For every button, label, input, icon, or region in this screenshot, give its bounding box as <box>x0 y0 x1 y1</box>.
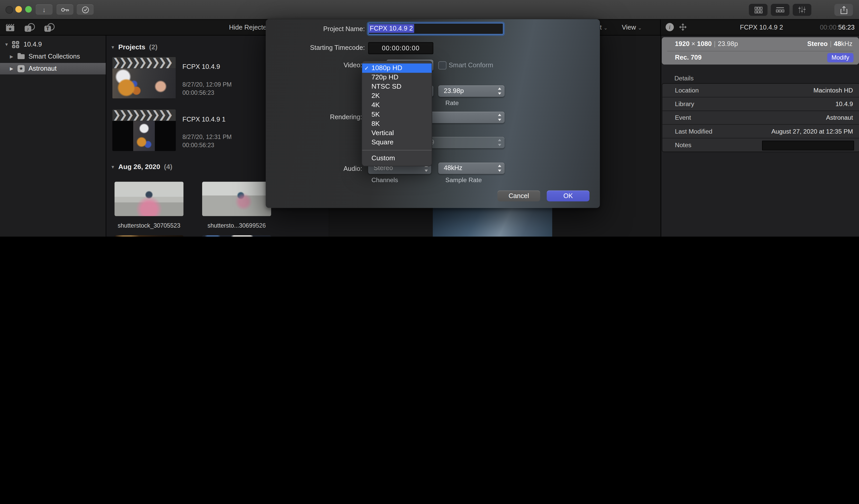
inspector-panel: 1920 × 1080|23.98p Stereo|48kHz Rec. 709… <box>661 35 859 237</box>
project-name[interactable]: FCPX 10.4.9 <box>182 63 220 70</box>
sidebar-item-label: 10.4.9 <box>24 39 42 50</box>
smart-conform-checkbox[interactable] <box>438 61 447 69</box>
project-filmstrip-chevrons-icon: ❯❯❯❯❯❯❯❯❯ <box>112 57 176 68</box>
details-row: Last ModifiedAugust 27, 2020 at 12:35 PM <box>662 125 859 138</box>
menu-item[interactable]: 4K <box>362 101 432 110</box>
keyword-editor-button[interactable] <box>56 4 73 15</box>
inspector-title: FCPX 10.4.9 2 <box>707 20 816 35</box>
media-group-header[interactable]: ▼Aug 26, 2020 (4) <box>110 163 172 171</box>
inspector-toggle-button[interactable] <box>793 4 811 16</box>
clip-thumbnail[interactable] <box>115 182 183 216</box>
disclosure-closed-icon[interactable]: ▶ <box>10 63 13 75</box>
import-media-button[interactable]: ↓ <box>35 4 52 15</box>
check-circle-icon <box>81 6 89 13</box>
browser-view-button[interactable] <box>749 4 767 16</box>
channels-label: Channels <box>371 177 398 184</box>
clip-thumbnail[interactable] <box>202 182 271 216</box>
video-label: Video: <box>266 61 362 69</box>
cancel-button[interactable]: Cancel <box>497 190 540 201</box>
library-icon: ★★★★ <box>12 41 20 49</box>
clapperboard-tab-icon[interactable]: ★ <box>5 23 15 32</box>
details-table: LocationMacintosh HDLibrary10.4.9EventAs… <box>662 83 859 152</box>
info-icon[interactable]: i <box>666 23 674 31</box>
rendering-label: Rendering: <box>266 113 362 121</box>
sidebar-item-label: Smart Collections <box>29 51 80 62</box>
svg-text:T: T <box>46 26 49 31</box>
menu-item[interactable]: 2K <box>362 92 432 101</box>
format-line: 1920 × 1080|23.98p Stereo|48kHz <box>662 37 859 51</box>
grid-icon <box>754 6 762 13</box>
stepper-icon <box>498 88 502 95</box>
clip-thumbnail[interactable] <box>202 235 271 237</box>
chevron-down-icon: ⌄ <box>638 25 642 31</box>
menu-item[interactable]: Vertical <box>362 129 432 138</box>
clip-thumbnail[interactable] <box>115 235 183 237</box>
details-label: Last Modified <box>675 125 712 138</box>
stepper-icon <box>498 139 502 146</box>
project-date: 8/27/20, 12:09 PM <box>182 81 232 88</box>
background-tasks-button[interactable] <box>77 4 94 15</box>
disclosure-open-icon[interactable]: ▼ <box>4 39 9 50</box>
sample-rate-label: Sample Rate <box>446 177 482 184</box>
minimize-button[interactable] <box>15 6 22 13</box>
chevron-down-icon: ⌄ <box>604 25 608 31</box>
menu-item[interactable]: Square <box>362 138 432 147</box>
stepper-icon <box>498 114 502 121</box>
project-name-input[interactable]: FCPX 10.4.9 2 <box>368 23 503 34</box>
project-settings-dialog: Project Name: FCPX 10.4.9 2 Starting Tim… <box>266 19 600 208</box>
menu-item[interactable]: NTSC SD <box>362 82 432 92</box>
menu-item-custom[interactable]: Custom <box>362 154 432 163</box>
starting-timecode-label: Starting Timecode: <box>266 44 365 51</box>
photos-audio-tab-icon[interactable]: ♪ <box>24 23 35 32</box>
key-icon <box>60 7 69 12</box>
sidebar-item-library[interactable]: ▼ ★★★★ 10.4.9 <box>0 39 106 50</box>
details-value: Astronaut <box>826 111 853 124</box>
details-label: Event <box>675 111 691 124</box>
details-value: August 27, 2020 at 12:35 PM <box>771 125 853 138</box>
rate-label: Rate <box>446 100 459 106</box>
sample-rate-popup[interactable]: 48kHz <box>438 162 504 174</box>
details-label: Library <box>675 97 694 110</box>
svg-text:♪: ♪ <box>27 26 29 32</box>
details-label: Notes <box>675 139 691 152</box>
titles-generators-tab-icon[interactable]: T <box>44 23 55 32</box>
clip-name: shuttersto...30699526 <box>202 222 271 229</box>
project-filmstrip-chevrons-icon: ❯❯❯❯❯❯❯❯❯ <box>112 109 176 121</box>
project-thumbnail-image <box>112 121 176 151</box>
inspector-duration: 00:00:56:23 <box>820 20 855 35</box>
project-name[interactable]: FCPX 10.4.9 1 <box>182 115 226 123</box>
disclosure-closed-icon[interactable]: ▶ <box>10 51 13 62</box>
ok-button[interactable]: OK <box>547 190 589 201</box>
details-value: Macintosh HD <box>813 84 853 97</box>
project-thumbnail[interactable]: ❯❯❯❯❯❯❯❯❯ <box>112 57 176 99</box>
starting-timecode-input[interactable]: 00:00:00:00 <box>368 42 433 54</box>
view-popup[interactable]: View ⌄ <box>622 20 642 36</box>
transform-move-icon[interactable] <box>679 23 687 31</box>
folder-icon <box>17 54 25 59</box>
disclosure-open-icon[interactable]: ▼ <box>110 165 115 170</box>
menu-item[interactable]: 720p HD <box>362 73 432 82</box>
menu-item[interactable]: 5K <box>362 110 432 119</box>
menu-item[interactable]: 8K <box>362 119 432 128</box>
sidebar-item-smart-collections[interactable]: ▶ Smart Collections <box>0 51 106 62</box>
modify-button[interactable]: Modify <box>827 53 853 62</box>
details-label: Location <box>675 84 699 97</box>
share-button[interactable] <box>834 4 853 16</box>
zoom-button[interactable] <box>25 6 32 13</box>
project-thumbnail[interactable]: ❯❯❯❯❯❯❯❯❯ <box>112 109 176 151</box>
disclosure-open-icon[interactable]: ▼ <box>110 45 115 50</box>
notes-input[interactable] <box>762 140 854 150</box>
rate-popup[interactable]: 23.98p <box>438 85 504 97</box>
timeline-view-button[interactable] <box>771 4 789 16</box>
menu-item[interactable]: ✓1080p HD <box>362 63 432 73</box>
filter-popup[interactable]: Hide Rejected <box>229 20 270 35</box>
projects-group-header[interactable]: ▼Projects (2) <box>110 43 157 51</box>
project-name-label: Project Name: <box>266 25 365 33</box>
details-row: Library10.4.9 <box>662 97 859 110</box>
sidebar-item-astronaut[interactable]: ▶ ★ Astronaut <box>0 63 106 75</box>
close-button[interactable] <box>5 6 13 14</box>
checkmark-icon: ✓ <box>364 63 369 73</box>
share-icon <box>840 6 847 14</box>
video-format-menu: ✓1080p HD720p HDNTSC SD2K4K5K8KVerticalS… <box>362 61 432 166</box>
viewer-video-frame <box>433 207 552 237</box>
